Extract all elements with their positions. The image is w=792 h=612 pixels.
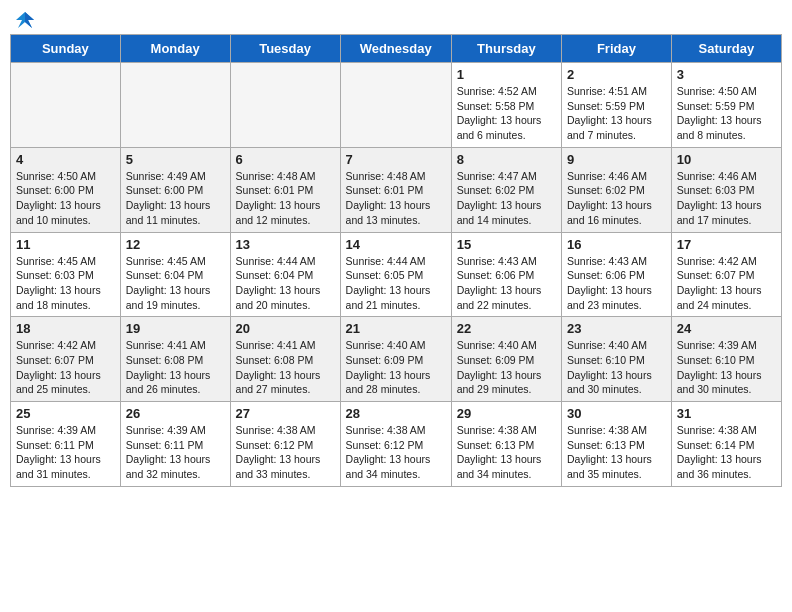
day-number: 28 <box>346 406 446 421</box>
weekday-header-wednesday: Wednesday <box>340 35 451 63</box>
day-number: 3 <box>677 67 776 82</box>
calendar-cell: 5Sunrise: 4:49 AMSunset: 6:00 PMDaylight… <box>120 147 230 232</box>
day-info: Sunrise: 4:41 AMSunset: 6:08 PMDaylight:… <box>236 338 335 397</box>
day-info: Sunrise: 4:45 AMSunset: 6:03 PMDaylight:… <box>16 254 115 313</box>
day-info: Sunrise: 4:38 AMSunset: 6:14 PMDaylight:… <box>677 423 776 482</box>
day-number: 31 <box>677 406 776 421</box>
weekday-header-tuesday: Tuesday <box>230 35 340 63</box>
day-number: 20 <box>236 321 335 336</box>
calendar-cell: 7Sunrise: 4:48 AMSunset: 6:01 PMDaylight… <box>340 147 451 232</box>
weekday-header-sunday: Sunday <box>11 35 121 63</box>
calendar-cell: 3Sunrise: 4:50 AMSunset: 5:59 PMDaylight… <box>671 63 781 148</box>
day-number: 22 <box>457 321 556 336</box>
calendar-cell: 30Sunrise: 4:38 AMSunset: 6:13 PMDayligh… <box>562 402 672 487</box>
day-number: 17 <box>677 237 776 252</box>
calendar-cell: 11Sunrise: 4:45 AMSunset: 6:03 PMDayligh… <box>11 232 121 317</box>
calendar-cell: 16Sunrise: 4:43 AMSunset: 6:06 PMDayligh… <box>562 232 672 317</box>
day-info: Sunrise: 4:40 AMSunset: 6:09 PMDaylight:… <box>457 338 556 397</box>
day-number: 10 <box>677 152 776 167</box>
day-info: Sunrise: 4:49 AMSunset: 6:00 PMDaylight:… <box>126 169 225 228</box>
day-info: Sunrise: 4:50 AMSunset: 6:00 PMDaylight:… <box>16 169 115 228</box>
weekday-header-thursday: Thursday <box>451 35 561 63</box>
day-number: 9 <box>567 152 666 167</box>
calendar-cell <box>120 63 230 148</box>
calendar-week-row: 1Sunrise: 4:52 AMSunset: 5:58 PMDaylight… <box>11 63 782 148</box>
weekday-header-friday: Friday <box>562 35 672 63</box>
day-number: 26 <box>126 406 225 421</box>
calendar-cell <box>230 63 340 148</box>
day-info: Sunrise: 4:42 AMSunset: 6:07 PMDaylight:… <box>677 254 776 313</box>
calendar-table: SundayMondayTuesdayWednesdayThursdayFrid… <box>10 34 782 487</box>
calendar-header-row: SundayMondayTuesdayWednesdayThursdayFrid… <box>11 35 782 63</box>
day-number: 1 <box>457 67 556 82</box>
day-info: Sunrise: 4:44 AMSunset: 6:05 PMDaylight:… <box>346 254 446 313</box>
day-number: 5 <box>126 152 225 167</box>
calendar-cell: 15Sunrise: 4:43 AMSunset: 6:06 PMDayligh… <box>451 232 561 317</box>
day-number: 24 <box>677 321 776 336</box>
calendar-cell: 12Sunrise: 4:45 AMSunset: 6:04 PMDayligh… <box>120 232 230 317</box>
day-info: Sunrise: 4:46 AMSunset: 6:03 PMDaylight:… <box>677 169 776 228</box>
day-number: 7 <box>346 152 446 167</box>
day-number: 15 <box>457 237 556 252</box>
calendar-cell: 26Sunrise: 4:39 AMSunset: 6:11 PMDayligh… <box>120 402 230 487</box>
calendar-cell: 2Sunrise: 4:51 AMSunset: 5:59 PMDaylight… <box>562 63 672 148</box>
calendar-cell: 24Sunrise: 4:39 AMSunset: 6:10 PMDayligh… <box>671 317 781 402</box>
day-number: 30 <box>567 406 666 421</box>
calendar-cell: 22Sunrise: 4:40 AMSunset: 6:09 PMDayligh… <box>451 317 561 402</box>
calendar-cell: 1Sunrise: 4:52 AMSunset: 5:58 PMDaylight… <box>451 63 561 148</box>
day-info: Sunrise: 4:43 AMSunset: 6:06 PMDaylight:… <box>567 254 666 313</box>
day-info: Sunrise: 4:50 AMSunset: 5:59 PMDaylight:… <box>677 84 776 143</box>
calendar-cell: 18Sunrise: 4:42 AMSunset: 6:07 PMDayligh… <box>11 317 121 402</box>
logo <box>14 10 34 28</box>
calendar-week-row-alt: 18Sunrise: 4:42 AMSunset: 6:07 PMDayligh… <box>11 317 782 402</box>
calendar-cell: 28Sunrise: 4:38 AMSunset: 6:12 PMDayligh… <box>340 402 451 487</box>
calendar-cell: 23Sunrise: 4:40 AMSunset: 6:10 PMDayligh… <box>562 317 672 402</box>
day-info: Sunrise: 4:44 AMSunset: 6:04 PMDaylight:… <box>236 254 335 313</box>
day-number: 6 <box>236 152 335 167</box>
day-number: 21 <box>346 321 446 336</box>
day-number: 23 <box>567 321 666 336</box>
day-number: 4 <box>16 152 115 167</box>
day-info: Sunrise: 4:40 AMSunset: 6:10 PMDaylight:… <box>567 338 666 397</box>
day-info: Sunrise: 4:46 AMSunset: 6:02 PMDaylight:… <box>567 169 666 228</box>
calendar-cell: 21Sunrise: 4:40 AMSunset: 6:09 PMDayligh… <box>340 317 451 402</box>
day-number: 18 <box>16 321 115 336</box>
calendar-week-row-alt: 4Sunrise: 4:50 AMSunset: 6:00 PMDaylight… <box>11 147 782 232</box>
day-info: Sunrise: 4:38 AMSunset: 6:13 PMDaylight:… <box>567 423 666 482</box>
calendar-cell: 25Sunrise: 4:39 AMSunset: 6:11 PMDayligh… <box>11 402 121 487</box>
weekday-header-saturday: Saturday <box>671 35 781 63</box>
day-number: 2 <box>567 67 666 82</box>
day-info: Sunrise: 4:48 AMSunset: 6:01 PMDaylight:… <box>236 169 335 228</box>
calendar-cell: 8Sunrise: 4:47 AMSunset: 6:02 PMDaylight… <box>451 147 561 232</box>
calendar-cell: 13Sunrise: 4:44 AMSunset: 6:04 PMDayligh… <box>230 232 340 317</box>
day-number: 12 <box>126 237 225 252</box>
day-number: 16 <box>567 237 666 252</box>
calendar-week-row: 11Sunrise: 4:45 AMSunset: 6:03 PMDayligh… <box>11 232 782 317</box>
calendar-cell <box>11 63 121 148</box>
day-number: 8 <box>457 152 556 167</box>
day-number: 13 <box>236 237 335 252</box>
day-info: Sunrise: 4:40 AMSunset: 6:09 PMDaylight:… <box>346 338 446 397</box>
day-number: 25 <box>16 406 115 421</box>
day-info: Sunrise: 4:47 AMSunset: 6:02 PMDaylight:… <box>457 169 556 228</box>
day-info: Sunrise: 4:51 AMSunset: 5:59 PMDaylight:… <box>567 84 666 143</box>
day-info: Sunrise: 4:42 AMSunset: 6:07 PMDaylight:… <box>16 338 115 397</box>
calendar-cell: 9Sunrise: 4:46 AMSunset: 6:02 PMDaylight… <box>562 147 672 232</box>
calendar-cell: 19Sunrise: 4:41 AMSunset: 6:08 PMDayligh… <box>120 317 230 402</box>
day-info: Sunrise: 4:52 AMSunset: 5:58 PMDaylight:… <box>457 84 556 143</box>
day-info: Sunrise: 4:41 AMSunset: 6:08 PMDaylight:… <box>126 338 225 397</box>
day-info: Sunrise: 4:38 AMSunset: 6:12 PMDaylight:… <box>346 423 446 482</box>
calendar-week-row: 25Sunrise: 4:39 AMSunset: 6:11 PMDayligh… <box>11 402 782 487</box>
svg-marker-1 <box>25 12 34 28</box>
calendar-cell: 29Sunrise: 4:38 AMSunset: 6:13 PMDayligh… <box>451 402 561 487</box>
day-info: Sunrise: 4:39 AMSunset: 6:11 PMDaylight:… <box>126 423 225 482</box>
calendar-cell: 27Sunrise: 4:38 AMSunset: 6:12 PMDayligh… <box>230 402 340 487</box>
weekday-header-monday: Monday <box>120 35 230 63</box>
day-info: Sunrise: 4:39 AMSunset: 6:10 PMDaylight:… <box>677 338 776 397</box>
calendar-cell <box>340 63 451 148</box>
day-info: Sunrise: 4:48 AMSunset: 6:01 PMDaylight:… <box>346 169 446 228</box>
day-number: 19 <box>126 321 225 336</box>
calendar-cell: 10Sunrise: 4:46 AMSunset: 6:03 PMDayligh… <box>671 147 781 232</box>
day-info: Sunrise: 4:43 AMSunset: 6:06 PMDaylight:… <box>457 254 556 313</box>
calendar-cell: 17Sunrise: 4:42 AMSunset: 6:07 PMDayligh… <box>671 232 781 317</box>
